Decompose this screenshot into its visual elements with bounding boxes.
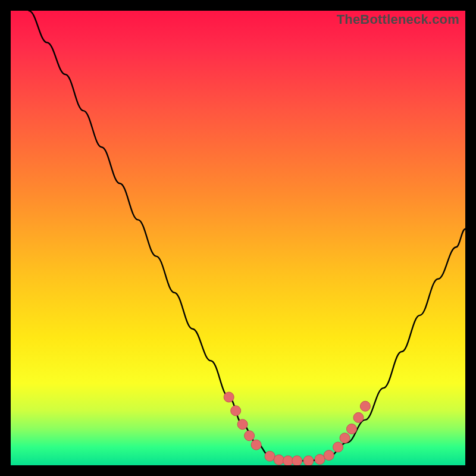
highlight-dot [340,433,350,443]
chart-frame: TheBottleneck.com [0,0,476,476]
highlight-dot [315,455,325,465]
highlight-dot [237,419,248,430]
highlight-dot [265,451,275,461]
highlight-dots [224,392,370,465]
bottleneck-curve [29,11,465,461]
highlight-dot [353,412,364,422]
highlight-dot [224,392,234,402]
highlight-dot [303,456,314,465]
plot-area: TheBottleneck.com [11,11,465,465]
highlight-dot [292,456,302,465]
highlight-dot [283,456,293,465]
highlight-dot [347,424,357,434]
highlight-dot [333,442,343,452]
highlight-dot [231,406,241,416]
highlight-dot [360,401,370,411]
highlight-dot [274,455,284,465]
curve-overlay [11,11,465,465]
highlight-dot [251,440,261,450]
highlight-dot [324,450,334,461]
highlight-dot [245,431,255,441]
